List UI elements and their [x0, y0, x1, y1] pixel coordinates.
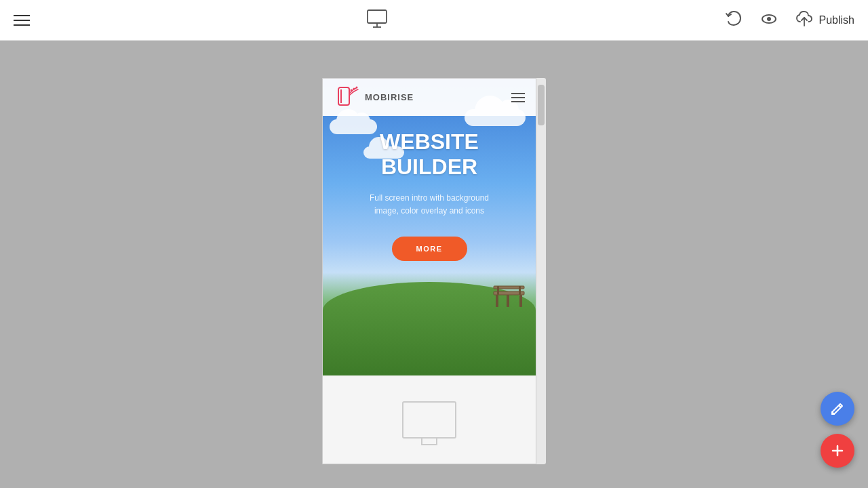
cloud-upload-icon — [795, 9, 814, 31]
monitor-icon[interactable] — [365, 7, 389, 34]
undo-icon[interactable] — [724, 9, 743, 31]
mobirise-logo-icon — [334, 85, 359, 110]
toolbar-right: Publish — [724, 9, 854, 31]
publish-button[interactable]: Publish — [795, 9, 854, 31]
preview-bottom-section — [323, 375, 536, 464]
svg-line-18 — [839, 405, 841, 407]
preview-navbar: MOBIRISE — [323, 79, 536, 116]
hamburger-menu-button[interactable] — [14, 15, 30, 26]
preview-scrollbar[interactable] — [536, 78, 546, 464]
svg-rect-0 — [368, 10, 387, 23]
toolbar: Publish — [0, 0, 868, 41]
bottom-monitor-outline — [402, 401, 456, 439]
preview-frame: MOBIRISE — [322, 78, 536, 464]
fab-container — [821, 392, 854, 468]
publish-label: Publish — [819, 14, 854, 26]
preview-hero-section: WEBSITE BUILDER Full screen intro with b… — [323, 79, 536, 377]
scrollbar-thumb[interactable] — [538, 85, 545, 125]
canvas-area: MOBIRISE — [0, 41, 868, 488]
svg-rect-6 — [338, 87, 349, 105]
hero-subtitle: Full screen intro with background image,… — [361, 192, 497, 218]
preview-frame-wrapper: MOBIRISE — [322, 78, 546, 464]
preview-hamburger-button[interactable] — [511, 93, 525, 102]
svg-point-4 — [767, 17, 771, 21]
toolbar-left — [14, 15, 30, 26]
hero-title-line2: BUILDER — [380, 155, 479, 180]
hero-title: WEBSITE BUILDER — [380, 129, 479, 180]
preview-logo: MOBIRISE — [334, 85, 414, 110]
eye-icon[interactable] — [760, 9, 778, 31]
add-fab-button[interactable] — [821, 434, 854, 468]
hero-title-line1: WEBSITE — [380, 129, 479, 155]
toolbar-center — [365, 7, 389, 34]
edit-fab-button[interactable] — [821, 392, 854, 426]
hero-content: WEBSITE BUILDER Full screen intro with b… — [323, 79, 536, 377]
hero-cta-button[interactable]: MORE — [392, 237, 467, 261]
preview-logo-text: MOBIRISE — [365, 92, 414, 102]
